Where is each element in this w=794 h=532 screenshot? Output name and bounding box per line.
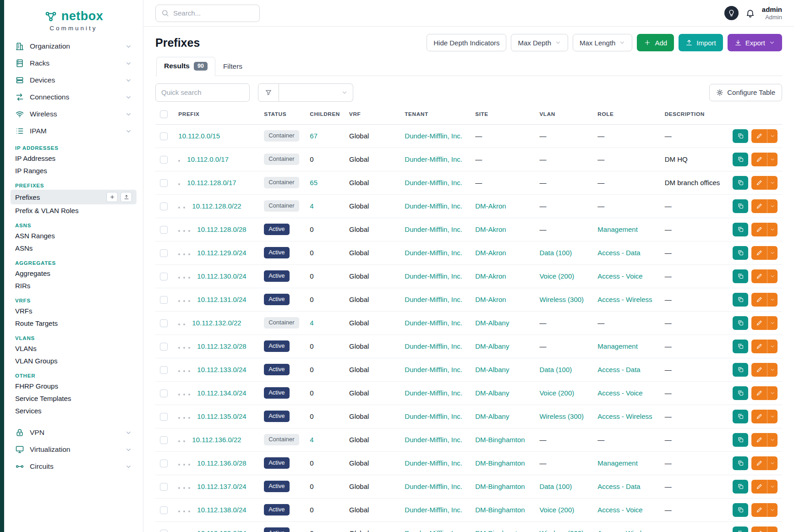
site-link[interactable]: DM-Binghamton	[475, 529, 525, 532]
role-link[interactable]: Access - Data	[597, 366, 640, 373]
prefix-link[interactable]: 10.112.138.0/24	[197, 506, 246, 514]
role-link[interactable]: Management	[597, 459, 638, 467]
row-checkbox[interactable]	[160, 413, 168, 421]
clone-button[interactable]	[733, 456, 748, 470]
tenant-link[interactable]: Dunder-Mifflin, Inc.	[405, 132, 462, 140]
edit-button[interactable]	[751, 269, 767, 283]
sidebar-item-vlan-groups[interactable]: VLAN Groups	[11, 355, 137, 367]
edit-button[interactable]	[751, 223, 767, 236]
site-link[interactable]: DM-Binghamton	[475, 483, 525, 490]
tab-results[interactable]: Results 90	[156, 57, 215, 76]
sidebar-item-aggregates[interactable]: Aggregates	[11, 267, 137, 280]
site-link[interactable]: DM-Akron	[475, 225, 506, 233]
column-header-tenant[interactable]: TENANT	[400, 104, 471, 125]
tenant-link[interactable]: Dunder-Mifflin, Inc.	[405, 389, 462, 397]
edit-dropdown-button[interactable]	[767, 433, 778, 447]
row-checkbox[interactable]	[160, 389, 168, 397]
sidebar-item-racks[interactable]: Racks	[11, 55, 137, 71]
select-all-checkbox[interactable]	[160, 110, 168, 118]
column-header-prefix[interactable]: PREFIX	[174, 104, 259, 125]
prefix-link[interactable]: 10.112.134.0/24	[197, 389, 246, 397]
children-count-link[interactable]: 67	[310, 132, 318, 140]
clone-button[interactable]	[733, 433, 748, 447]
sidebar-item-asns[interactable]: ASNs	[11, 242, 137, 254]
edit-dropdown-button[interactable]	[767, 293, 778, 307]
sidebar-item-services[interactable]: Services	[11, 405, 137, 417]
row-checkbox[interactable]	[160, 249, 168, 257]
prefix-link[interactable]: 10.112.137.0/24	[197, 483, 246, 490]
prefix-link[interactable]: 10.112.0.0/17	[187, 155, 229, 163]
tenant-link[interactable]: Dunder-Mifflin, Inc.	[405, 319, 462, 327]
vlan-link[interactable]: Data (100)	[539, 366, 572, 373]
edit-dropdown-button[interactable]	[767, 480, 778, 494]
tenant-link[interactable]: Dunder-Mifflin, Inc.	[405, 155, 462, 163]
tenant-link[interactable]: Dunder-Mifflin, Inc.	[405, 179, 462, 186]
vlan-link[interactable]: Voice (200)	[539, 272, 574, 280]
column-header-status[interactable]: STATUS	[259, 104, 305, 125]
column-header-role[interactable]: ROLE	[593, 104, 660, 125]
clone-button[interactable]	[733, 386, 748, 400]
edit-button[interactable]	[751, 153, 767, 166]
quick-search-input[interactable]	[155, 83, 250, 102]
edit-button[interactable]	[751, 503, 767, 517]
edit-dropdown-button[interactable]	[767, 316, 778, 330]
max-length-dropdown[interactable]: Max Length	[573, 34, 632, 51]
site-link[interactable]: DM-Albany	[475, 342, 509, 350]
edit-dropdown-button[interactable]	[767, 503, 778, 517]
role-link[interactable]: Access - Data	[597, 483, 640, 490]
edit-dropdown-button[interactable]	[767, 363, 778, 377]
tab-filters[interactable]: Filters	[215, 57, 250, 76]
edit-button[interactable]	[751, 456, 767, 470]
prefix-link[interactable]: 10.112.132.0/28	[197, 342, 246, 350]
edit-dropdown-button[interactable]	[767, 176, 778, 190]
edit-dropdown-button[interactable]	[767, 153, 778, 166]
tenant-link[interactable]: Dunder-Mifflin, Inc.	[405, 342, 462, 350]
edit-button[interactable]	[751, 176, 767, 190]
clone-button[interactable]	[733, 269, 748, 283]
clone-button[interactable]	[733, 527, 748, 532]
clone-button[interactable]	[733, 316, 748, 330]
prefix-link[interactable]: 10.112.132.0/22	[192, 319, 241, 327]
role-link[interactable]: Access - Wireless	[597, 529, 652, 532]
clone-button[interactable]	[733, 223, 748, 236]
row-checkbox[interactable]	[160, 319, 168, 327]
configure-table-button[interactable]: Configure Table	[709, 84, 782, 101]
tenant-link[interactable]: Dunder-Mifflin, Inc.	[405, 506, 462, 514]
vlan-link[interactable]: Wireless (300)	[539, 529, 584, 532]
children-count-link[interactable]: 4	[310, 319, 313, 327]
tenant-link[interactable]: Dunder-Mifflin, Inc.	[405, 436, 462, 444]
saved-filter-select[interactable]	[279, 83, 353, 102]
notifications-bell-icon[interactable]	[745, 8, 755, 18]
sidebar-item-connections[interactable]: Connections	[11, 89, 137, 105]
tenant-link[interactable]: Dunder-Mifflin, Inc.	[405, 366, 462, 373]
sidebar-item-ip-addresses[interactable]: IP Addresses	[11, 152, 137, 165]
site-link[interactable]: DM-Albany	[475, 412, 509, 420]
children-count-link[interactable]: 4	[310, 436, 313, 444]
row-checkbox[interactable]	[160, 460, 168, 467]
edit-dropdown-button[interactable]	[767, 410, 778, 423]
edit-dropdown-button[interactable]	[767, 269, 778, 283]
sidebar-quick-add-button[interactable]	[106, 192, 118, 202]
tenant-link[interactable]: Dunder-Mifflin, Inc.	[405, 412, 462, 420]
sidebar-item-route-targets[interactable]: Route Targets	[11, 317, 137, 329]
edit-dropdown-button[interactable]	[767, 527, 778, 532]
column-header-children[interactable]: CHILDREN	[305, 104, 345, 125]
sidebar-item-prefixes[interactable]: Prefixes	[11, 190, 137, 204]
prefix-link[interactable]: 10.112.130.0/24	[197, 272, 246, 280]
clone-button[interactable]	[733, 480, 748, 494]
prefix-link[interactable]: 10.112.139.0/24	[197, 529, 246, 532]
netbox-logo[interactable]: netbox Community	[11, 6, 137, 38]
prefix-link[interactable]: 10.112.131.0/24	[197, 296, 246, 303]
row-checkbox[interactable]	[160, 436, 168, 444]
sidebar-item-virtualization[interactable]: Virtualization	[11, 441, 137, 458]
add-button[interactable]: Add	[637, 34, 674, 51]
theme-toggle-button[interactable]	[724, 6, 739, 20]
tenant-link[interactable]: Dunder-Mifflin, Inc.	[405, 296, 462, 303]
edit-dropdown-button[interactable]	[767, 129, 778, 143]
prefix-link[interactable]: 10.112.128.0/28	[197, 225, 246, 233]
column-header-description[interactable]: DESCRIPTION	[660, 104, 728, 125]
vlan-link[interactable]: Data (100)	[539, 249, 572, 257]
sidebar-item-circuits[interactable]: Circuits	[11, 458, 137, 475]
prefix-link[interactable]: 10.112.136.0/28	[197, 459, 246, 467]
tenant-link[interactable]: Dunder-Mifflin, Inc.	[405, 225, 462, 233]
